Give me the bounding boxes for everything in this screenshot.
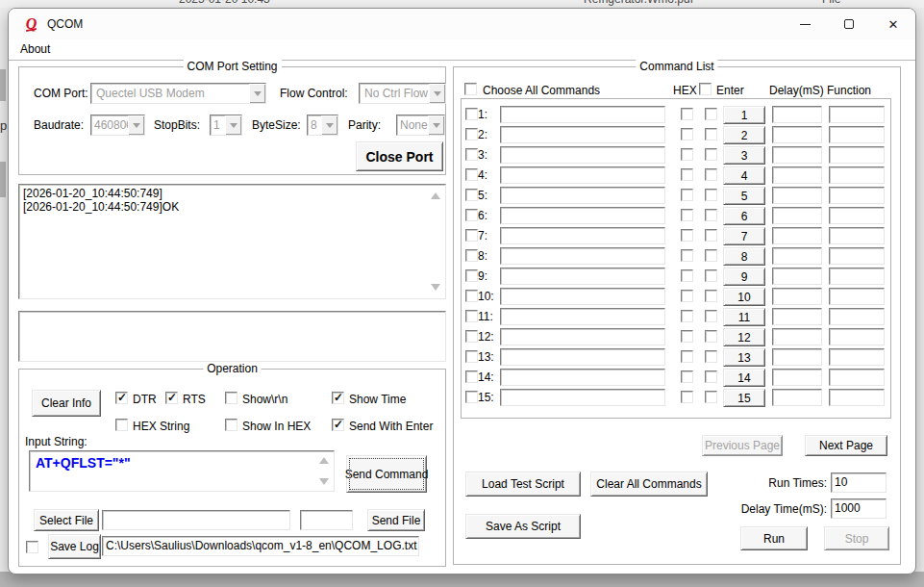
- load-test-script-button[interactable]: Load Test Script: [465, 472, 581, 497]
- command-hex-checkbox[interactable]: [681, 350, 693, 363]
- command-delay-input[interactable]: [772, 247, 822, 265]
- command-input[interactable]: [500, 389, 665, 406]
- command-input[interactable]: [500, 146, 665, 164]
- stopbits-select[interactable]: 1: [210, 115, 242, 136]
- command-enter-checkbox[interactable]: [705, 330, 717, 343]
- command-function-input[interactable]: [829, 207, 885, 224]
- command-delay-input[interactable]: [772, 389, 822, 406]
- command-send-button[interactable]: 6: [723, 207, 765, 225]
- command-select-checkbox[interactable]: [465, 269, 478, 282]
- command-hex-checkbox[interactable]: [681, 148, 693, 161]
- log-path-field[interactable]: C:\Users\Saulius\Downloads\qcom_v1-8_en\…: [102, 536, 419, 556]
- command-delay-input[interactable]: [772, 106, 822, 123]
- show-in-hex-checkbox[interactable]: [225, 419, 237, 431]
- close-port-button[interactable]: Close Port: [356, 141, 443, 171]
- log-output[interactable]: [2026-01-20_10:44:50:749] [2026-01-20_10…: [18, 184, 446, 299]
- file-path-field[interactable]: [102, 510, 290, 530]
- command-send-button[interactable]: 8: [723, 247, 765, 266]
- command-input[interactable]: [500, 288, 665, 305]
- next-page-button[interactable]: Next Page: [805, 435, 887, 456]
- command-delay-input[interactable]: [772, 348, 822, 366]
- command-input[interactable]: [500, 166, 665, 184]
- command-hex-checkbox[interactable]: [681, 269, 693, 282]
- command-send-button[interactable]: 3: [723, 146, 765, 165]
- command-send-button[interactable]: 1: [723, 106, 765, 124]
- scroll-up-icon[interactable]: [319, 457, 329, 464]
- input-string-field[interactable]: AT+QFLST="*": [29, 450, 335, 492]
- command-send-button[interactable]: 14: [723, 369, 765, 387]
- command-hex-checkbox[interactable]: [681, 370, 693, 383]
- command-select-checkbox[interactable]: [465, 350, 478, 363]
- minimize-button[interactable]: [783, 9, 827, 39]
- command-select-checkbox[interactable]: [465, 148, 478, 161]
- command-delay-input[interactable]: [772, 126, 822, 143]
- flow-control-select[interactable]: No Ctrl Flow: [359, 83, 446, 104]
- command-function-input[interactable]: [829, 247, 885, 265]
- command-enter-checkbox[interactable]: [705, 229, 717, 242]
- choose-all-commands-checkbox[interactable]: [464, 83, 477, 95]
- command-send-button[interactable]: 5: [723, 187, 765, 205]
- command-input[interactable]: [500, 308, 665, 325]
- command-enter-checkbox[interactable]: [705, 168, 717, 181]
- command-input[interactable]: [500, 328, 665, 345]
- enter-all-checkbox[interactable]: [699, 83, 712, 95]
- menu-about[interactable]: About: [20, 42, 50, 56]
- run-button[interactable]: Run: [740, 526, 808, 550]
- command-enter-checkbox[interactable]: [705, 209, 717, 221]
- command-function-input[interactable]: [829, 328, 885, 345]
- command-hex-checkbox[interactable]: [681, 168, 693, 181]
- secondary-output[interactable]: [18, 311, 446, 362]
- command-select-checkbox[interactable]: [465, 128, 478, 140]
- close-button[interactable]: ✕: [871, 9, 915, 39]
- stop-button[interactable]: Stop: [824, 526, 889, 550]
- command-hex-checkbox[interactable]: [681, 290, 693, 302]
- command-function-input[interactable]: [829, 308, 885, 325]
- command-select-checkbox[interactable]: [465, 229, 478, 242]
- command-send-button[interactable]: 11: [723, 308, 765, 326]
- command-function-input[interactable]: [829, 146, 885, 164]
- command-select-checkbox[interactable]: [465, 391, 478, 403]
- command-delay-input[interactable]: [772, 308, 822, 325]
- command-hex-checkbox[interactable]: [681, 229, 693, 242]
- command-send-button[interactable]: 13: [723, 348, 765, 367]
- command-send-button[interactable]: 10: [723, 288, 765, 306]
- command-delay-input[interactable]: [772, 369, 822, 386]
- clear-info-button[interactable]: Clear Info: [32, 390, 101, 417]
- command-input[interactable]: [500, 207, 665, 224]
- show-rn-checkbox[interactable]: [225, 392, 237, 404]
- command-delay-input[interactable]: [772, 227, 822, 244]
- command-hex-checkbox[interactable]: [681, 128, 693, 140]
- command-function-input[interactable]: [829, 166, 885, 184]
- command-send-button[interactable]: 15: [723, 389, 765, 407]
- command-select-checkbox[interactable]: [465, 290, 478, 302]
- bytesize-select[interactable]: 8: [307, 115, 338, 136]
- command-function-input[interactable]: [829, 268, 885, 285]
- command-enter-checkbox[interactable]: [705, 108, 717, 120]
- send-file-button[interactable]: Send File: [367, 509, 425, 531]
- command-enter-checkbox[interactable]: [705, 350, 717, 363]
- save-log-button[interactable]: Save Log: [48, 534, 101, 559]
- command-delay-input[interactable]: [772, 187, 822, 204]
- command-function-input[interactable]: [829, 187, 885, 204]
- command-input[interactable]: [500, 268, 665, 285]
- command-enter-checkbox[interactable]: [705, 269, 717, 282]
- command-hex-checkbox[interactable]: [681, 209, 693, 221]
- command-function-input[interactable]: [829, 126, 885, 143]
- command-function-input[interactable]: [829, 288, 885, 305]
- delay-time-input[interactable]: 1000: [831, 498, 887, 519]
- command-function-input[interactable]: [829, 106, 885, 123]
- select-file-button[interactable]: Select File: [34, 509, 99, 531]
- command-hex-checkbox[interactable]: [681, 249, 693, 262]
- command-select-checkbox[interactable]: [465, 330, 478, 343]
- command-select-checkbox[interactable]: [465, 108, 478, 120]
- rts-checkbox[interactable]: [165, 392, 178, 404]
- hex-string-checkbox[interactable]: [115, 419, 128, 431]
- command-function-input[interactable]: [829, 348, 885, 366]
- scroll-down-icon[interactable]: [431, 284, 440, 291]
- command-enter-checkbox[interactable]: [705, 370, 717, 383]
- scroll-down-icon[interactable]: [319, 478, 329, 485]
- command-delay-input[interactable]: [772, 166, 822, 184]
- command-send-button[interactable]: 12: [723, 328, 765, 346]
- com-port-select[interactable]: Quectel USB Modem: [90, 83, 266, 104]
- command-input[interactable]: [500, 227, 665, 244]
